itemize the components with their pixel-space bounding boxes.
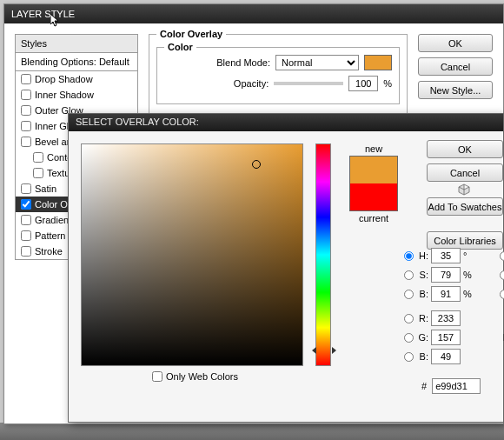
blend-mode-select[interactable]: Normal (275, 55, 359, 70)
hex-input[interactable] (432, 378, 481, 394)
b2-label: B: (416, 351, 428, 362)
new-style-button[interactable]: New Style... (418, 81, 493, 99)
cancel-button[interactable]: Cancel (418, 57, 493, 76)
s-radio[interactable] (404, 270, 414, 280)
picker-indicator (252, 160, 261, 169)
label: Stroke (35, 246, 63, 257)
b-input[interactable] (431, 286, 461, 302)
color-libraries-button[interactable]: Color Libraries (427, 231, 503, 250)
hue-slider[interactable] (315, 143, 331, 366)
checkbox[interactable] (21, 121, 31, 131)
l-radio[interactable] (500, 251, 504, 261)
cp-cancel-button[interactable]: Cancel (427, 163, 503, 182)
unit: ° (463, 250, 472, 261)
checkbox[interactable] (21, 215, 31, 225)
saturation-value-picker[interactable] (81, 143, 303, 366)
web-colors-checkbox[interactable] (152, 371, 162, 382)
checkbox[interactable] (21, 137, 31, 147)
cp-ok-button[interactable]: OK (427, 140, 503, 158)
lb-radio[interactable] (500, 290, 504, 299)
r-label: R: (416, 313, 428, 323)
cursor-icon (50, 14, 61, 28)
new-label: new (365, 143, 382, 154)
color-picker-dialog: SELECT OVERLAY COLOR: new current (68, 113, 504, 423)
ok-button[interactable]: OK (418, 34, 493, 52)
label: Drop Shadow (35, 74, 93, 84)
style-inner-shadow[interactable]: Inner Shadow (16, 87, 137, 103)
color-preview (349, 156, 398, 211)
current-label: current (359, 213, 388, 223)
checkbox[interactable] (21, 230, 31, 241)
group-title: Color Overlay (156, 29, 226, 39)
checkbox[interactable] (33, 168, 43, 178)
opacity-unit: % (383, 78, 392, 89)
s-label: S: (416, 270, 428, 280)
y-label: Y: (500, 351, 504, 362)
web-colors-label: Only Web Colors (166, 371, 238, 382)
hash-label: # (421, 381, 427, 391)
hex-row: # (421, 378, 481, 394)
checkbox[interactable] (21, 74, 31, 84)
checkbox[interactable] (21, 199, 31, 210)
unit: % (463, 270, 472, 280)
h-input[interactable] (431, 248, 461, 263)
opacity-input[interactable] (348, 76, 378, 91)
current-color-swatch[interactable] (350, 183, 397, 210)
checkbox[interactable] (33, 152, 43, 163)
status-bar (0, 423, 504, 440)
unit: % (463, 289, 472, 299)
s-input[interactable] (431, 267, 461, 283)
blend-mode-label: Blend Mode: (216, 57, 270, 68)
r-radio[interactable] (404, 314, 414, 323)
layer-style-title: LAYER STYLE (11, 9, 75, 19)
label: Satin (35, 183, 56, 194)
b2-input[interactable] (431, 349, 461, 364)
c-label: C: (500, 313, 504, 323)
b2-radio[interactable] (404, 352, 414, 362)
layer-style-titlebar[interactable]: LAYER STYLE (4, 4, 503, 23)
new-color-swatch (350, 157, 397, 183)
h-label: H: (416, 250, 428, 261)
color-swatch[interactable] (364, 55, 392, 70)
checkbox[interactable] (21, 246, 31, 257)
g-label: G: (416, 332, 428, 343)
label: Inner Shadow (35, 90, 94, 100)
checkbox[interactable] (21, 105, 31, 116)
k-label: K: (500, 370, 504, 381)
color-picker-titlebar[interactable]: SELECT OVERLAY COLOR: (69, 114, 503, 131)
color-title: Color (164, 42, 196, 52)
styles-header[interactable]: Styles (16, 35, 137, 53)
opacity-slider[interactable] (274, 82, 343, 85)
color-picker-title: SELECT OVERLAY COLOR: (76, 117, 199, 127)
add-swatch-button[interactable]: Add To Swatches (427, 197, 503, 216)
checkbox[interactable] (21, 183, 31, 194)
color-picker-buttons: OK Cancel Add To Swatches Color Librarie… (427, 140, 503, 250)
b-radio[interactable] (404, 290, 414, 299)
g-input[interactable] (431, 330, 461, 345)
color-values: H:° L: S:% a: B:% b: R: C:% G: M:% B: Y:… (404, 248, 504, 383)
style-drop-shadow[interactable]: Drop Shadow (16, 71, 137, 87)
opacity-label: Opacity: (234, 78, 269, 89)
blending-options[interactable]: Blending Options: Default (16, 53, 137, 71)
a-radio[interactable] (500, 270, 504, 280)
hue-indicator (312, 347, 336, 354)
m-label: M: (500, 332, 504, 343)
web-colors-row: Only Web Colors (152, 371, 238, 382)
b-label: B: (416, 289, 428, 299)
g-radio[interactable] (404, 333, 414, 343)
h-radio[interactable] (404, 251, 414, 261)
r-input[interactable] (431, 310, 461, 326)
checkbox[interactable] (21, 90, 31, 100)
